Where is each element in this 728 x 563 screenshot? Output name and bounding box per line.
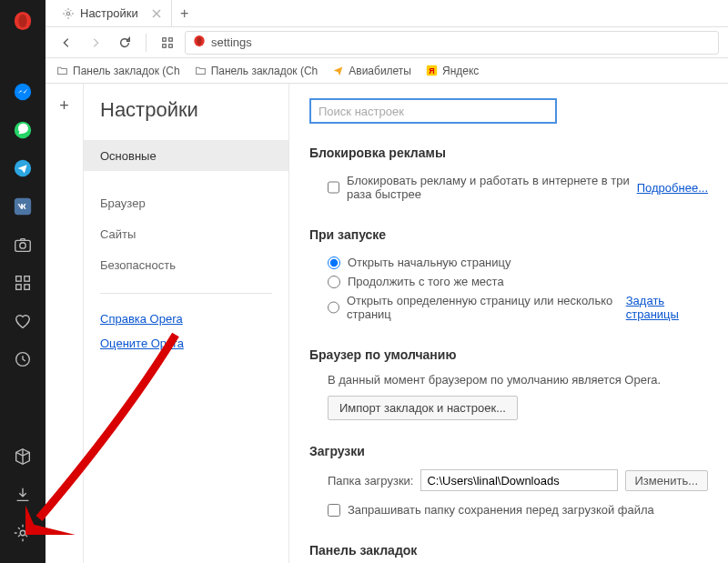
gear-icon xyxy=(62,7,75,20)
opera-logo-icon[interactable] xyxy=(7,5,38,36)
svg-rect-10 xyxy=(16,285,22,290)
nav-item-basic[interactable]: Основные xyxy=(84,140,288,171)
bookmark-item[interactable]: Я Яндекс xyxy=(426,65,479,77)
tab-settings[interactable]: Настройки xyxy=(53,0,172,26)
section-title: При запуске xyxy=(309,227,708,242)
svg-rect-8 xyxy=(16,276,22,282)
startup-radio-homepage[interactable] xyxy=(328,256,340,269)
content: + Настройки Основные Браузер Сайты Безоп… xyxy=(46,84,728,563)
adblock-more-link[interactable]: Подробнее... xyxy=(637,181,708,195)
settings-main: Блокировка рекламы Блокировать рекламу и… xyxy=(289,84,728,563)
startup-label: Продолжить с того же места xyxy=(348,275,504,288)
startup-option-row: Продолжить с того же места xyxy=(328,272,708,291)
svg-text:Я: Я xyxy=(429,66,434,75)
nav-back-button[interactable] xyxy=(55,31,78,55)
startup-option-row: Открыть определенную страницу или нескол… xyxy=(328,291,708,324)
close-icon[interactable] xyxy=(151,8,162,19)
bookmark-label: Авиабилеты xyxy=(349,65,411,77)
download-ask-row: Запрашивать папку сохранения перед загру… xyxy=(328,500,708,519)
help-link[interactable]: Справка Opera xyxy=(84,307,288,331)
tab-strip: Настройки + xyxy=(46,0,728,27)
nav-item-security[interactable]: Безопасность xyxy=(84,249,288,280)
bookmark-label: Яндекс xyxy=(442,65,479,77)
bookmark-item[interactable]: Панель закладок (Ch xyxy=(195,65,318,77)
startup-radio-pages[interactable] xyxy=(328,301,339,314)
svg-point-2 xyxy=(15,84,31,100)
import-button[interactable]: Импорт закладок и настроек... xyxy=(328,396,518,420)
svg-point-1 xyxy=(18,15,26,28)
whatsapp-icon[interactable] xyxy=(7,115,38,146)
settings-search-input[interactable] xyxy=(318,105,548,118)
download-path-input[interactable] xyxy=(420,469,617,491)
cube-icon[interactable] xyxy=(7,441,38,472)
svg-point-13 xyxy=(20,530,25,536)
section-startup: При запуске Открыть начальную страницу П… xyxy=(309,227,708,324)
sidebar-main xyxy=(0,0,46,563)
yandex-icon: Я xyxy=(426,65,438,76)
section-downloads: Загрузки Папка загрузки: Изменить... Зап… xyxy=(309,444,708,519)
speed-dial-icon[interactable] xyxy=(7,267,38,298)
download-icon[interactable] xyxy=(7,479,38,510)
svg-point-14 xyxy=(66,12,70,15)
tab-title: Настройки xyxy=(80,6,138,20)
nav-item-sites[interactable]: Сайты xyxy=(84,218,288,249)
bookmark-item[interactable]: Авиабилеты xyxy=(332,65,411,77)
bookmark-label: Панель закладок (Ch xyxy=(211,65,318,77)
svg-rect-16 xyxy=(169,37,173,41)
camera-icon[interactable] xyxy=(7,229,38,260)
adblock-row: Блокировать рекламу и работать в интерне… xyxy=(328,171,708,204)
section-title: Панель закладок xyxy=(309,543,708,558)
settings-nav: Настройки Основные Браузер Сайты Безопас… xyxy=(84,84,289,563)
svg-point-20 xyxy=(197,36,201,45)
page-title: Настройки xyxy=(84,98,288,140)
reload-button[interactable] xyxy=(113,31,136,55)
settings-search[interactable] xyxy=(309,98,557,124)
section-default-browser: Браузер по умолчанию В данный момент бра… xyxy=(309,347,708,420)
svg-rect-9 xyxy=(25,276,30,282)
default-desc: В данный момент браузером по умолчанию я… xyxy=(328,373,708,387)
startup-radio-continue[interactable] xyxy=(328,276,340,288)
telegram-icon[interactable] xyxy=(7,153,38,184)
new-tab-button[interactable]: + xyxy=(172,1,197,26)
section-adblock: Блокировка рекламы Блокировать рекламу и… xyxy=(309,146,708,204)
adblock-checkbox[interactable] xyxy=(328,181,339,194)
messenger-icon[interactable] xyxy=(7,76,38,107)
settings-gear-icon[interactable] xyxy=(7,518,38,548)
download-ask-label: Запрашивать папку сохранения перед загру… xyxy=(348,503,654,517)
change-path-button[interactable]: Изменить... xyxy=(625,470,708,491)
bookmark-label: Панель закладок (Ch xyxy=(73,65,180,77)
history-icon[interactable] xyxy=(7,344,38,375)
svg-rect-17 xyxy=(163,44,167,47)
set-pages-link[interactable]: Задать страницы xyxy=(626,294,708,321)
section-bookmarks-panel: Панель закладок xyxy=(309,543,708,558)
main-area: Настройки + Панель закладок (Ch Панель з… xyxy=(46,0,728,563)
address-input[interactable] xyxy=(211,35,711,49)
svg-point-7 xyxy=(20,243,25,248)
bookmarks-bar: Панель закладок (Ch Панель закладок (Ch … xyxy=(46,58,728,84)
vk-icon[interactable] xyxy=(7,191,38,222)
folder-icon xyxy=(56,65,68,76)
heart-icon[interactable] xyxy=(7,306,38,337)
bookmark-item[interactable]: Панель закладок (Ch xyxy=(56,65,180,77)
add-button[interactable]: + xyxy=(52,93,77,118)
download-path-label: Папка загрузки: xyxy=(328,474,413,488)
section-title: Загрузки xyxy=(309,444,708,458)
download-path-row: Папка загрузки: Изменить... xyxy=(328,469,708,491)
svg-rect-11 xyxy=(25,285,30,290)
section-title: Блокировка рекламы xyxy=(309,146,708,160)
opera-mini-icon xyxy=(193,35,206,51)
address-bar[interactable] xyxy=(185,31,719,55)
startup-label: Открыть определенную страницу или нескол… xyxy=(347,294,619,321)
svg-rect-15 xyxy=(163,37,167,41)
adblock-label: Блокировать рекламу и работать в интерне… xyxy=(347,174,630,201)
rate-link[interactable]: Оцените Opera xyxy=(84,331,288,356)
plane-icon xyxy=(332,65,344,76)
nav-item-browser[interactable]: Браузер xyxy=(84,187,288,218)
section-title: Браузер по умолчанию xyxy=(309,347,708,362)
startup-label: Открыть начальную страницу xyxy=(348,256,511,269)
column-icons: + xyxy=(46,84,84,563)
startup-option-row: Открыть начальную страницу xyxy=(328,253,708,272)
download-ask-checkbox[interactable] xyxy=(328,504,340,517)
speed-dial-toolbar-icon[interactable] xyxy=(156,31,179,55)
nav-forward-button[interactable] xyxy=(84,31,107,55)
